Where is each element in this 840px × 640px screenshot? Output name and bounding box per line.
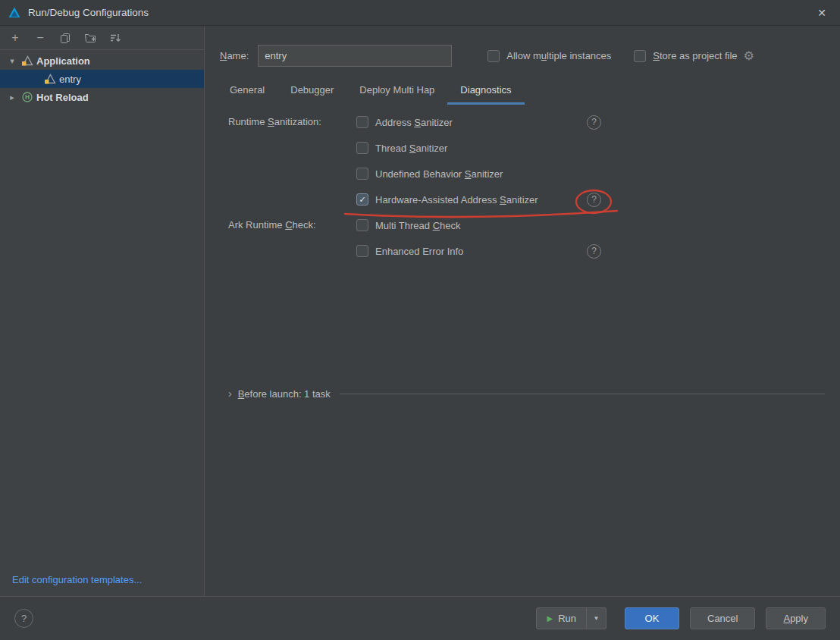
close-icon[interactable]: ✕ bbox=[811, 2, 832, 24]
undefined-behavior-sanitizer-checkbox[interactable]: ✓ Undefined Behavior Sanitizer bbox=[356, 161, 675, 187]
name-label: Name: bbox=[220, 50, 249, 61]
checkbox-box[interactable]: ✓ bbox=[356, 142, 368, 154]
run-button-label: Run bbox=[558, 613, 576, 624]
hot-reload-icon: H bbox=[21, 91, 33, 103]
checkmark-icon: ✓ bbox=[359, 196, 365, 204]
checkbox-box[interactable]: ✓ bbox=[356, 245, 368, 257]
tree-item-entry[interactable]: entry bbox=[0, 70, 204, 88]
tree-item-application[interactable]: ▾ Application bbox=[0, 52, 204, 70]
run-options-dropdown[interactable]: ▼ bbox=[587, 607, 606, 629]
checkbox-box[interactable]: ✓ bbox=[356, 168, 368, 180]
checkbox-box[interactable]: ✓ bbox=[634, 50, 646, 62]
checkbox-label: Thread Sanitizer bbox=[375, 143, 447, 154]
configuration-tree: ▾ Application entry bbox=[0, 50, 204, 106]
enhanced-error-info-checkbox[interactable]: ✓ Enhanced Error Info ? bbox=[356, 238, 675, 264]
runtime-sanitization-label: Runtime Sanitization: bbox=[228, 109, 356, 135]
help-icon[interactable]: ? bbox=[587, 193, 601, 207]
edit-configuration-templates-link[interactable]: Edit configuration templates... bbox=[12, 574, 142, 585]
help-button[interactable]: ? bbox=[14, 609, 33, 628]
tree-item-hot-reload[interactable]: ▸ H Hot Reload bbox=[0, 88, 204, 106]
title-bar: Run/Debug Configurations ✕ bbox=[0, 0, 840, 26]
dialog-title: Run/Debug Configurations bbox=[28, 7, 149, 18]
run-play-icon: ▶ bbox=[547, 614, 553, 623]
allow-multiple-instances-checkbox[interactable]: ✓ Allow multiple instances bbox=[487, 50, 611, 62]
checkbox-label: Multi Thread Check bbox=[375, 220, 461, 231]
checkbox-label: Store as project file bbox=[653, 50, 737, 61]
checkbox-label: Undefined Behavior Sanitizer bbox=[375, 168, 503, 180]
store-as-project-file-checkbox[interactable]: ✓ Store as project file bbox=[634, 50, 737, 62]
configurations-sidebar: + − ▾ bbox=[0, 27, 205, 596]
tab-diagnostics[interactable]: Diagnostics bbox=[447, 77, 524, 105]
checkbox-box[interactable]: ✓ bbox=[487, 50, 500, 62]
chevron-down-icon[interactable]: ▾ bbox=[6, 56, 18, 66]
new-folder-icon[interactable] bbox=[84, 32, 96, 44]
checkbox-label: Enhanced Error Info bbox=[375, 246, 463, 257]
checkbox-label: Allow multiple instances bbox=[506, 50, 611, 61]
ark-runtime-check-section: Ark Runtime Check: ✓ Multi Thread Check … bbox=[228, 212, 840, 264]
diagnostics-tab-content: Runtime Sanitization: ✓ Address Sanitize… bbox=[205, 105, 840, 406]
sort-configurations-icon[interactable] bbox=[109, 32, 121, 44]
configuration-tabs: General Debugger Deploy Multi Hap Diagno… bbox=[217, 77, 840, 105]
svg-text:H: H bbox=[25, 93, 30, 101]
before-launch-section[interactable]: › Before launch: 1 task bbox=[228, 381, 840, 406]
name-input[interactable] bbox=[258, 45, 452, 67]
address-sanitizer-checkbox[interactable]: ✓ Address Sanitizer ? bbox=[356, 109, 675, 135]
deveco-logo-icon bbox=[8, 6, 21, 20]
checkbox-box[interactable]: ✓ bbox=[356, 116, 368, 128]
hardware-assisted-address-sanitizer-checkbox[interactable]: ✓ Hardware-Assisted Address Sanitizer ? bbox=[356, 187, 675, 212]
chevron-right-icon[interactable]: ▸ bbox=[6, 93, 18, 102]
thread-sanitizer-checkbox[interactable]: ✓ Thread Sanitizer bbox=[356, 135, 675, 161]
ark-runtime-check-label: Ark Runtime Check: bbox=[228, 212, 356, 238]
tree-item-label: entry bbox=[59, 74, 81, 85]
run-split-button: ▶ Run ▼ bbox=[536, 607, 606, 629]
help-icon: ? bbox=[21, 613, 27, 624]
ok-button[interactable]: OK bbox=[625, 607, 679, 629]
remove-configuration-icon[interactable]: − bbox=[34, 32, 46, 44]
cancel-button[interactable]: Cancel bbox=[690, 607, 755, 629]
checkbox-box[interactable]: ✓ bbox=[356, 193, 368, 205]
run-button[interactable]: ▶ Run bbox=[536, 607, 587, 629]
section-divider bbox=[340, 394, 825, 394]
add-configuration-icon[interactable]: + bbox=[9, 32, 21, 44]
chevron-right-icon[interactable]: › bbox=[228, 387, 232, 400]
application-type-icon bbox=[21, 55, 33, 67]
tree-item-label: Application bbox=[36, 55, 90, 67]
copy-configuration-icon[interactable] bbox=[59, 32, 71, 44]
help-icon[interactable]: ? bbox=[587, 244, 601, 259]
tab-deploy-multi-hap[interactable]: Deploy Multi Hap bbox=[346, 77, 447, 105]
sidebar-toolbar: + − bbox=[0, 27, 204, 50]
tree-item-label: Hot Reload bbox=[36, 92, 89, 103]
help-icon[interactable]: ? bbox=[587, 115, 601, 130]
checkbox-box[interactable]: ✓ bbox=[356, 219, 368, 231]
before-launch-label: Before launch: 1 task bbox=[238, 388, 331, 400]
checkbox-label: Address Sanitizer bbox=[375, 117, 453, 128]
name-row: Name: ✓ Allow multiple instances ✓ Store… bbox=[205, 27, 840, 67]
configuration-editor: Name: ✓ Allow multiple instances ✓ Store… bbox=[205, 27, 840, 596]
dropdown-arrow-icon: ▼ bbox=[594, 615, 600, 622]
run-debug-configurations-dialog: Run/Debug Configurations ✕ + − bbox=[0, 0, 840, 640]
dialog-footer: ? ▶ Run ▼ OK Cancel Apply bbox=[0, 596, 840, 640]
tab-debugger[interactable]: Debugger bbox=[277, 77, 346, 105]
store-settings-gear-icon[interactable]: ⚙ bbox=[744, 50, 754, 62]
multi-thread-check-checkbox[interactable]: ✓ Multi Thread Check bbox=[356, 212, 675, 238]
runtime-sanitization-section: Runtime Sanitization: ✓ Address Sanitize… bbox=[228, 109, 840, 212]
tab-general[interactable]: General bbox=[217, 77, 277, 105]
apply-button[interactable]: Apply bbox=[766, 607, 826, 629]
footer-buttons: ▶ Run ▼ OK Cancel Apply bbox=[536, 607, 826, 629]
checkbox-label: Hardware-Assisted Address Sanitizer bbox=[375, 194, 538, 205]
module-icon bbox=[44, 73, 56, 85]
